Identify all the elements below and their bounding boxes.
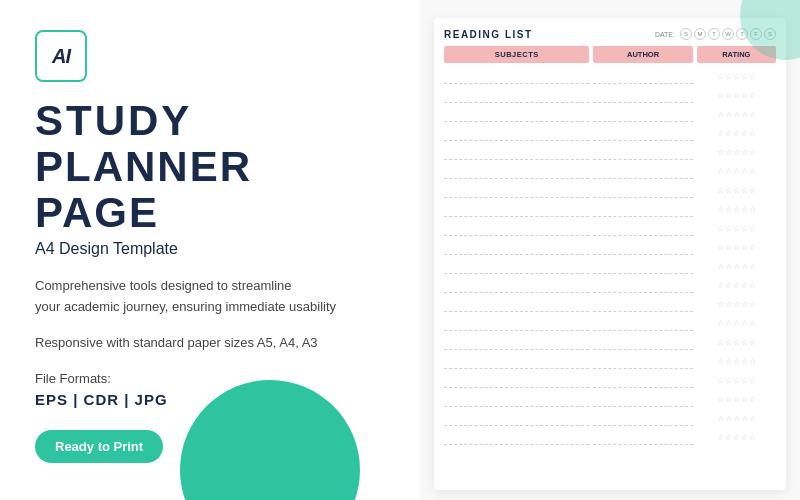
star-icon: ☆	[741, 167, 748, 176]
star-icon: ☆	[749, 148, 756, 157]
star-icon: ☆	[717, 224, 724, 233]
author-cell	[593, 391, 692, 407]
title-study: STUDY	[35, 100, 385, 142]
star-icon: ☆	[749, 395, 756, 404]
author-cell	[593, 220, 692, 236]
star-icon: ☆	[717, 319, 724, 328]
day-m: M	[694, 28, 706, 40]
star-icon: ☆	[725, 433, 732, 442]
table-header: SUBJECTS AUTHOR RATING	[444, 46, 776, 63]
star-icon: ☆	[725, 129, 732, 138]
description2: Responsive with standard paper sizes A5,…	[35, 333, 385, 353]
rating-cell: ☆☆☆☆☆	[697, 204, 776, 215]
date-label: DATE:	[655, 31, 675, 38]
star-icon: ☆	[733, 72, 740, 81]
main-container: AI STUDY PLANNER PAGE A4 Design Template…	[0, 0, 800, 500]
ai-logo-text: AI	[52, 45, 70, 68]
author-cell	[593, 125, 692, 141]
star-icon: ☆	[741, 224, 748, 233]
star-icon: ☆	[717, 243, 724, 252]
col-author: AUTHOR	[593, 46, 692, 63]
subject-cell	[444, 163, 589, 179]
star-icon: ☆	[725, 262, 732, 271]
star-icon: ☆	[749, 110, 756, 119]
rating-cell: ☆☆☆☆☆	[697, 90, 776, 101]
author-cell	[593, 201, 692, 217]
star-icon: ☆	[717, 300, 724, 309]
table-row: ☆☆☆☆☆	[444, 105, 776, 123]
star-icon: ☆	[725, 110, 732, 119]
day-s1: S	[680, 28, 692, 40]
star-icon: ☆	[733, 433, 740, 442]
subject-cell	[444, 429, 589, 445]
star-icon: ☆	[741, 72, 748, 81]
star-icon: ☆	[725, 376, 732, 385]
star-icon: ☆	[717, 72, 724, 81]
col-subjects: SUBJECTS	[444, 46, 589, 63]
description1: Comprehensive tools designed to streamli…	[35, 276, 365, 316]
star-icon: ☆	[749, 243, 756, 252]
star-icon: ☆	[733, 167, 740, 176]
subject-cell	[444, 391, 589, 407]
star-icon: ☆	[717, 262, 724, 271]
star-icon: ☆	[741, 395, 748, 404]
rating-cell: ☆☆☆☆☆	[697, 394, 776, 405]
star-icon: ☆	[749, 281, 756, 290]
rating-cell: ☆☆☆☆☆	[697, 242, 776, 253]
star-icon: ☆	[741, 319, 748, 328]
table-row: ☆☆☆☆☆	[444, 200, 776, 218]
star-icon: ☆	[717, 205, 724, 214]
author-cell	[593, 182, 692, 198]
star-icon: ☆	[749, 414, 756, 423]
reading-list-title: READING LIST	[444, 29, 533, 40]
table-row: ☆☆☆☆☆	[444, 409, 776, 427]
star-icon: ☆	[733, 262, 740, 271]
table-row: ☆☆☆☆☆	[444, 333, 776, 351]
author-cell	[593, 372, 692, 388]
file-formats-label: File Formats:	[35, 371, 385, 386]
day-w: W	[722, 28, 734, 40]
star-icon: ☆	[741, 148, 748, 157]
star-icon: ☆	[717, 357, 724, 366]
rating-cell: ☆☆☆☆☆	[697, 318, 776, 329]
card-header: READING LIST DATE: S M T W T F S	[444, 28, 776, 40]
rating-cell: ☆☆☆☆☆	[697, 413, 776, 424]
table-row: ☆☆☆☆☆	[444, 352, 776, 370]
subject-cell	[444, 296, 589, 312]
star-icon: ☆	[733, 319, 740, 328]
star-icon: ☆	[741, 357, 748, 366]
star-icon: ☆	[749, 186, 756, 195]
star-icon: ☆	[741, 186, 748, 195]
star-icon: ☆	[717, 281, 724, 290]
table-row: ☆☆☆☆☆	[444, 124, 776, 142]
author-cell	[593, 106, 692, 122]
author-cell	[593, 429, 692, 445]
author-cell	[593, 239, 692, 255]
star-icon: ☆	[741, 376, 748, 385]
table-row: ☆☆☆☆☆	[444, 390, 776, 408]
star-icon: ☆	[741, 110, 748, 119]
table-row: ☆☆☆☆☆	[444, 428, 776, 446]
star-icon: ☆	[733, 357, 740, 366]
author-cell	[593, 144, 692, 160]
table-row: ☆☆☆☆☆	[444, 86, 776, 104]
star-icon: ☆	[749, 91, 756, 100]
table-row: ☆☆☆☆☆	[444, 295, 776, 313]
star-icon: ☆	[741, 243, 748, 252]
author-cell	[593, 163, 692, 179]
star-icon: ☆	[725, 300, 732, 309]
star-icon: ☆	[717, 148, 724, 157]
day-t1: T	[708, 28, 720, 40]
star-icon: ☆	[733, 281, 740, 290]
table-row: ☆☆☆☆☆	[444, 143, 776, 161]
title-planner: PLANNER PAGE	[35, 144, 385, 236]
table-row: ☆☆☆☆☆	[444, 67, 776, 85]
rating-cell: ☆☆☆☆☆	[697, 432, 776, 443]
rating-cell: ☆☆☆☆☆	[697, 375, 776, 386]
rating-cell: ☆☆☆☆☆	[697, 261, 776, 272]
star-icon: ☆	[733, 129, 740, 138]
star-icon: ☆	[725, 167, 732, 176]
rating-cell: ☆☆☆☆☆	[697, 109, 776, 120]
ready-to-print-button[interactable]: Ready to Print	[35, 430, 163, 463]
star-icon: ☆	[725, 414, 732, 423]
